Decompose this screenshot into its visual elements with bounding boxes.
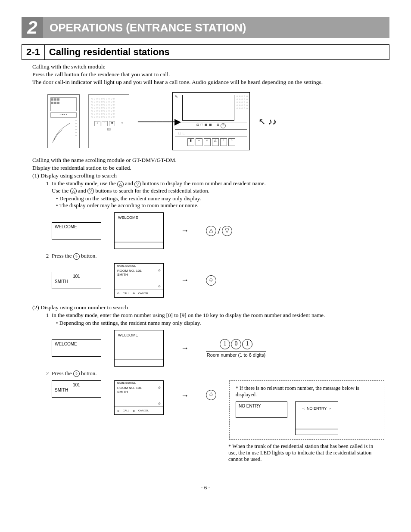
digit-1: 1: [242, 339, 252, 349]
bullet: • Depending on the settings, the residen…: [56, 195, 389, 202]
lcd-small-welcome: WELCOME: [52, 339, 101, 357]
down-icon: ⊙: [158, 402, 161, 405]
lcd-small-room: 101 SMITH: [52, 380, 101, 398]
up-icon: △: [117, 181, 124, 187]
paragraph: Calling with the switch module: [32, 63, 389, 70]
section-title: Calling residential stations: [45, 45, 174, 59]
up-icon: ⊙: [158, 269, 161, 272]
cancel-icon: ⊗: [133, 292, 135, 295]
bell-icon: ♤: [73, 370, 80, 377]
lcd-small-welcome: WELCOME: [52, 222, 101, 240]
arrow-icon: ──────▶: [138, 116, 164, 127]
display-row-room: 101 SMITH NAME SCROLL ROOM NO. 101SMITH …: [52, 263, 389, 298]
lcd-small-room: 101 SMITH: [52, 272, 101, 289]
trunk-in-use-note: * When the trunk of the residential stat…: [228, 443, 379, 463]
arrow-icon: →: [177, 226, 193, 235]
bell-icon: ⊙: [117, 292, 119, 295]
paragraph: Calling with the name scrolling module o…: [32, 157, 389, 164]
digit-1: 1: [220, 339, 230, 349]
sound-icon: ↖ ♪♪: [258, 116, 277, 127]
display-row-welcome-2: WELCOME WELCOME → 1 0 1 Room number (1 t…: [52, 330, 389, 367]
bell-icon: ♤: [73, 253, 80, 260]
hand-pressing-icon: [50, 119, 76, 145]
section-header: 2-1 Calling residential stations: [22, 44, 389, 60]
step-1: 1 In the standby mode, use the △ and ▽ b…: [43, 180, 389, 194]
arrow-icon: →: [177, 391, 193, 400]
arrow-icon: →: [177, 276, 193, 285]
chapter-number: 2: [22, 17, 43, 38]
paragraph: Display the residential station to be ca…: [32, 165, 389, 171]
lcd-large-welcome: WELCOME: [114, 330, 164, 367]
down-icon: ▽: [134, 181, 141, 187]
bell-button-icon: ♤: [206, 390, 216, 400]
display-row-welcome: WELCOME WELCOME → △ / ▽: [52, 212, 389, 249]
keypad-illustration: ○○○○○○○○○○○○○○○○○○○○○○○○○○○○○○○○○○○○○○○○…: [88, 94, 129, 148]
lcd-large-welcome: WELCOME: [114, 212, 164, 249]
illustration-row-1: ▦▦▦▦▦▦ ○ ■ ■ ▲ ○○○○○○ ○○○○○○○○○○○○○○○○○○…: [47, 92, 389, 150]
paragraph: The door call-in indicator will light up…: [32, 79, 389, 86]
bell-button-icon: ♤: [206, 275, 216, 286]
display-row-room-2: 101 SMITH NAME SCROLL ROOM NO. 101SMITH …: [52, 380, 389, 440]
down-button-icon: ▽: [222, 226, 232, 236]
section-number: 2-1: [22, 45, 45, 59]
arrow-icon: →: [177, 344, 193, 353]
up-button-icon: △: [206, 226, 216, 236]
digit-0: 0: [231, 339, 241, 349]
lcd-large-room: NAME SCROLL ROOM NO. 101SMITH ⊙ ⊙ ⊙CALL …: [114, 263, 164, 298]
bullet: • Depending on the settings, the residen…: [56, 320, 389, 327]
cancel-icon: ⊗: [133, 409, 135, 412]
lcd-large-room: NAME SCROLL ROOM NO. 101SMITH ⊙ ⊙ ⊙CALL …: [114, 380, 164, 415]
chapter-title: OPERATIONS (ENTRANCE STATION): [43, 17, 389, 38]
up-icon: △: [70, 188, 77, 194]
step-1b: 1 In the standby mode, enter the room nu…: [43, 312, 389, 319]
lcd-no-entry-small: NO ENTRY: [236, 401, 287, 418]
chapter-header: 2 OPERATIONS (ENTRANCE STATION): [22, 17, 389, 38]
down-icon: ▽: [87, 188, 94, 194]
bullet: • The display order may be according to …: [56, 202, 389, 209]
page-number: - 6 -: [22, 484, 389, 491]
no-entry-note-box: * If there is no relevant room number, t…: [229, 380, 384, 440]
up-down-buttons: △ / ▽: [206, 225, 232, 236]
paragraph: (1) Display using scrolling to search: [32, 172, 389, 179]
down-icon: ⊙: [158, 285, 161, 288]
monitor-station-illustration: ✎ ○○○○○○○○○○○○○○○○○○○○○○○○○ ⊡⬚▦▦⊞☰ ⬚⬚ ▮ …: [172, 92, 250, 150]
room-number-digits: 1 0 1 Room number (1 to 6 digits): [206, 339, 266, 358]
up-icon: ⊙: [158, 386, 161, 389]
lcd-no-entry-large: < NO ENTRY >: [295, 401, 338, 435]
entrance-panel-illustration: ▦▦▦▦▦▦ ○ ■ ■ ▲ ○○○○○○: [47, 94, 80, 148]
bell-icon: ⊙: [117, 409, 119, 412]
step-2b: 2 Press the ♤ button.: [43, 370, 389, 377]
paragraph: Press the call button for the residence …: [32, 71, 389, 78]
step-2: 2 Press the ♤ button.: [43, 252, 389, 260]
paragraph: (2) Display using room number to search: [32, 304, 389, 311]
